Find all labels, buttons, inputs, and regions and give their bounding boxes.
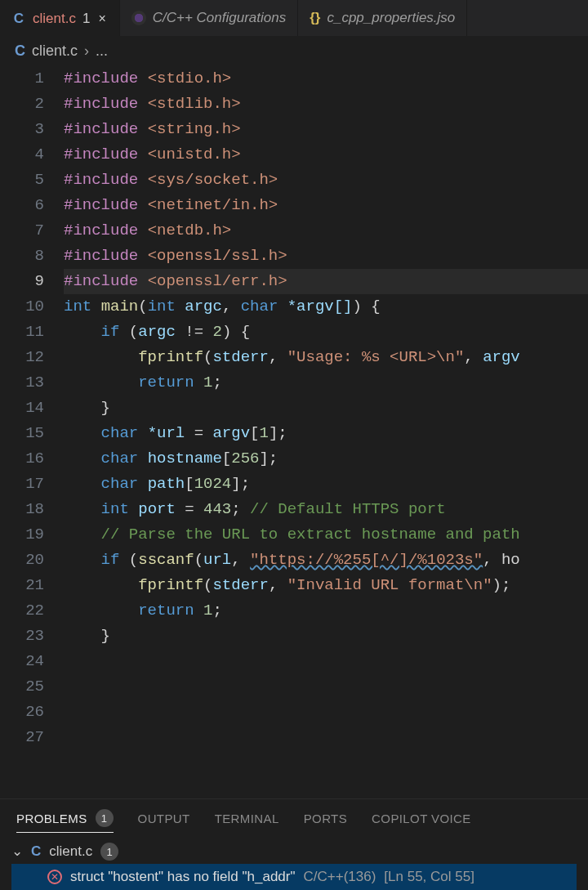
tab-client-c[interactable]: C client.c 1 × — [0, 0, 120, 36]
panel-tab-label: COPILOT VOICE — [372, 812, 471, 825]
tab-modified-count: 1 — [82, 11, 90, 27]
panel-tab-label: OUTPUT — [138, 812, 190, 825]
close-icon[interactable]: × — [96, 10, 107, 28]
tab-label: client.c — [33, 11, 76, 27]
panel-tab-problems[interactable]: PROBLEMS 1 — [16, 809, 114, 833]
c-file-icon: C — [15, 42, 25, 60]
editor-tabs: C client.c 1 × C/C++ Configurations {} c… — [0, 0, 588, 36]
tab-label: C/C++ Configurations — [153, 10, 286, 26]
panel-tabs: PROBLEMS 1 OUTPUT TERMINAL PORTS COPILOT… — [0, 799, 588, 834]
breadcrumb-file: client.c — [32, 42, 78, 60]
tab-c-cpp-configurations[interactable]: C/C++ Configurations — [120, 0, 298, 36]
problems-file-row[interactable]: ⌄ C client.c 1 — [11, 839, 577, 864]
file-problems-count: 1 — [100, 843, 118, 861]
problem-location: [Ln 55, Col 55] — [384, 869, 474, 885]
problem-source: C/C++(136) — [304, 869, 376, 885]
error-icon: ✕ — [47, 870, 62, 884]
tab-label: c_cpp_properties.jso — [327, 10, 455, 26]
panel-tab-label: PORTS — [304, 812, 347, 825]
breadcrumb[interactable]: C client.c › ... — [0, 36, 588, 66]
problems-file-name: client.c — [49, 843, 92, 860]
tab-c-cpp-properties-json[interactable]: {} c_cpp_properties.jso — [298, 0, 467, 36]
panel-tab-ports[interactable]: PORTS — [304, 812, 347, 825]
code-content[interactable]: #include <stdio.h>#include <stdlib.h>#in… — [64, 66, 588, 798]
breadcrumb-more: ... — [96, 42, 108, 60]
chevron-down-icon: ⌄ — [11, 843, 23, 860]
line-number-gutter: 1234567891011121314151617181920212223242… — [0, 66, 64, 798]
problem-message: struct "hostent" has no field "h_addr" — [70, 869, 296, 885]
panel-tab-output[interactable]: OUTPUT — [138, 812, 190, 825]
panel-tab-copilot-voice[interactable]: COPILOT VOICE — [372, 812, 471, 825]
bottom-panel: PROBLEMS 1 OUTPUT TERMINAL PORTS COPILOT… — [0, 798, 588, 890]
chevron-right-icon: › — [84, 42, 89, 60]
problems-item[interactable]: ✕ struct "hostent" has no field "h_addr"… — [11, 864, 577, 890]
config-icon — [131, 11, 146, 25]
panel-tab-label: PROBLEMS — [16, 812, 87, 825]
panel-tab-terminal[interactable]: TERMINAL — [215, 812, 279, 825]
code-editor[interactable]: 1234567891011121314151617181920212223242… — [0, 66, 588, 798]
panel-tab-label: TERMINAL — [215, 812, 279, 825]
c-file-icon: C — [31, 843, 41, 860]
problems-body: ⌄ C client.c 1 ✕ struct "hostent" has no… — [0, 834, 588, 890]
problems-count-badge: 1 — [96, 809, 114, 827]
json-icon: {} — [310, 10, 320, 26]
c-file-icon: C — [11, 11, 26, 27]
